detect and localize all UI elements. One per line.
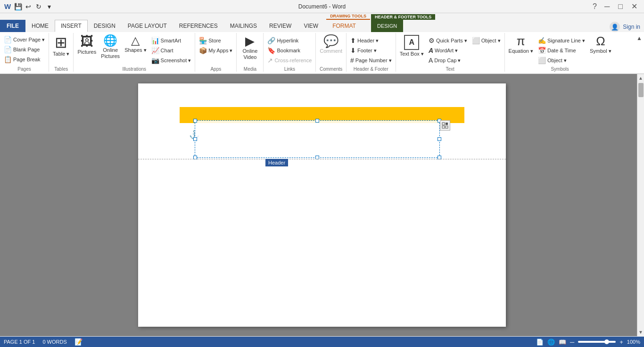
tab-header-footer-design[interactable]: DESIGN: [371, 20, 403, 32]
comments-items: 💬 Comment: [318, 34, 344, 66]
collapse-ribbon-btn[interactable]: ▲: [636, 35, 642, 41]
online-video-label: OnlineVideo: [243, 48, 258, 60]
quick-parts-label: Quick Parts: [436, 38, 463, 43]
page-break-icon: 📋: [4, 56, 12, 63]
shapes-icon: △: [131, 35, 140, 46]
equation-icon: π: [517, 35, 525, 47]
equation-btn[interactable]: π Equation ▾: [507, 34, 535, 65]
cross-reference-btn[interactable]: ↗ Cross-reference: [265, 56, 314, 65]
symbols-object-icon: ⬜: [538, 57, 546, 64]
tab-view[interactable]: VIEW: [297, 20, 324, 32]
textbox-selected[interactable]: [195, 120, 440, 158]
header-label: Header: [357, 38, 374, 43]
header-dropdown: ▾: [376, 38, 379, 44]
sign-in-label[interactable]: Sign in: [623, 24, 640, 30]
sign-in-area[interactable]: 👤 Sign in: [610, 22, 644, 32]
svg-rect-1: [446, 123, 448, 125]
illustrations-col2: 📊 SmartArt 📈 Chart 📷 Screenshot ▾: [149, 34, 193, 65]
tab-mailings[interactable]: MAILINGS: [224, 20, 263, 32]
scroll-thumb[interactable]: [638, 83, 644, 97]
screenshot-btn[interactable]: 📷 Screenshot ▾: [149, 56, 193, 65]
comment-btn[interactable]: 💬 Comment: [318, 34, 344, 65]
tab-references[interactable]: REFERENCES: [173, 20, 224, 32]
restore-btn[interactable]: □: [615, 1, 626, 12]
text-col: ⚙ Quick Parts ▾ A WordArt ▾ A Drop Cap ▾: [427, 34, 469, 65]
tab-file[interactable]: FILE: [0, 20, 25, 32]
table-dropdown: ▾: [66, 51, 69, 57]
shapes-label: Shapes ▾: [124, 47, 146, 53]
handle-middle-right[interactable]: [438, 137, 441, 141]
table-btn[interactable]: ⊞ Table ▾: [51, 34, 71, 65]
quick-parts-icon: ⚙: [429, 37, 435, 44]
smartart-label: SmartArt: [161, 38, 181, 43]
object-btn[interactable]: ⬜ Object ▾: [470, 36, 503, 45]
shapes-btn[interactable]: △ Shapes ▾: [123, 34, 148, 65]
drop-cap-btn[interactable]: A Drop Cap ▾: [427, 56, 469, 65]
chart-label: Chart: [161, 48, 173, 53]
hyperlink-label: Hyperlink: [277, 38, 298, 43]
pictures-btn[interactable]: 🖼 Pictures: [75, 34, 98, 65]
hyperlink-btn[interactable]: 🔗 Hyperlink: [265, 36, 314, 45]
handle-top-left[interactable]: [193, 119, 197, 123]
text-box-btn[interactable]: A Text Box ▾: [398, 34, 426, 65]
online-pictures-btn[interactable]: 🌐 OnlinePictures: [99, 34, 122, 65]
chart-btn[interactable]: 📈 Chart: [149, 46, 193, 55]
online-pictures-label: OnlinePictures: [101, 47, 120, 59]
cover-page-btn[interactable]: 📄 Cover Page ▾: [2, 35, 47, 44]
bookmark-btn[interactable]: 🔖 Bookmark: [265, 46, 314, 55]
customize-qat-btn[interactable]: ▾: [44, 2, 54, 11]
hyperlink-icon: 🔗: [267, 37, 275, 44]
smartart-btn[interactable]: 📊 SmartArt: [149, 36, 193, 45]
redo-qat-btn[interactable]: ↻: [34, 2, 43, 11]
text-box-icon: A: [404, 35, 419, 50]
page-break-btn[interactable]: 📋 Page Break: [2, 55, 47, 64]
footer-dropdown: ▾: [374, 48, 377, 54]
tab-insert[interactable]: INSERT: [55, 20, 88, 32]
store-btn[interactable]: 🏪 Store: [197, 36, 234, 45]
wordart-btn[interactable]: A WordArt ▾: [427, 46, 469, 55]
save-qat-btn[interactable]: 💾: [13, 2, 23, 11]
quick-parts-btn[interactable]: ⚙ Quick Parts ▾: [427, 36, 469, 45]
pictures-icon: 🖼: [80, 35, 93, 48]
symbols-object-btn[interactable]: ⬜ Object ▾: [536, 56, 587, 65]
my-apps-btn[interactable]: 📦 My Apps ▾: [197, 46, 234, 55]
store-label: Store: [208, 38, 221, 43]
group-header-footer: ⬆ Header ▾ ⬇ Footer ▾ # Page Number ▾: [347, 33, 396, 72]
tab-page-layout[interactable]: PAGE LAYOUT: [122, 20, 173, 32]
online-video-btn[interactable]: ▶ OnlineVideo: [239, 34, 261, 65]
minimize-btn[interactable]: ─: [602, 1, 612, 12]
footer-btn[interactable]: ⬇ Footer ▾: [348, 46, 394, 55]
my-apps-label: My Apps: [208, 48, 228, 53]
signature-line-btn[interactable]: ✍ Signature Line ▾: [536, 36, 587, 45]
header-btn[interactable]: ⬆ Header ▾: [348, 36, 394, 45]
object-icon: ⬜: [472, 37, 480, 44]
object-dropdown: ▾: [498, 38, 501, 44]
drop-cap-icon: A: [429, 57, 433, 64]
scroll-down-arrow[interactable]: ▼: [637, 328, 644, 336]
tables-items: ⊞ Table ▾: [51, 34, 71, 66]
date-time-icon: 📅: [538, 47, 546, 54]
scrollbar-right[interactable]: ▲ ▼: [637, 74, 644, 336]
tab-design[interactable]: DESIGN: [88, 20, 122, 32]
apps-col: 🏪 Store 📦 My Apps ▾: [197, 34, 234, 55]
handle-middle-left[interactable]: [193, 137, 197, 141]
tab-review[interactable]: REVIEW: [263, 20, 297, 32]
tab-drawing-format[interactable]: FORMAT: [326, 20, 362, 32]
date-time-btn[interactable]: 📅 Date & Time: [536, 46, 587, 55]
blank-page-btn[interactable]: 📄 Blank Page: [2, 45, 47, 54]
symbol-btn[interactable]: Ω Symbol ▾: [588, 34, 613, 65]
close-btn[interactable]: ✕: [628, 1, 640, 12]
header-footer-col: ⬆ Header ▾ ⬇ Footer ▾ # Page Number ▾: [348, 34, 394, 65]
textbox-layout-options[interactable]: [440, 120, 450, 131]
links-items: 🔗 Hyperlink 🔖 Bookmark ↗ Cross-reference: [265, 34, 314, 66]
store-icon: 🏪: [199, 37, 207, 44]
scroll-up-arrow[interactable]: ▲: [637, 74, 644, 82]
undo-qat-btn[interactable]: ↩: [24, 2, 33, 11]
page-number-btn[interactable]: # Page Number ▾: [348, 56, 394, 65]
group-apps: 🏪 Store 📦 My Apps ▾ Apps: [195, 33, 237, 72]
blank-page-label: Blank Page: [13, 47, 40, 52]
help-icon[interactable]: ?: [593, 2, 597, 11]
handle-top-middle[interactable]: [315, 119, 319, 123]
table-label: Table ▾: [53, 51, 69, 57]
tab-home[interactable]: HOME: [25, 20, 55, 32]
